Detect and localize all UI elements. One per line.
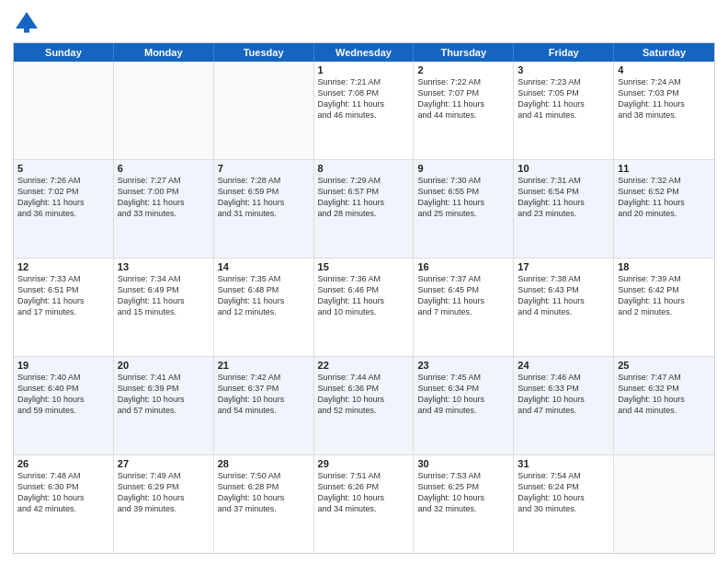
calendar-cell: 19Sunrise: 7:40 AM Sunset: 6:40 PM Dayli… (14, 357, 114, 454)
calendar-cell: 15Sunrise: 7:36 AM Sunset: 6:46 PM Dayli… (314, 259, 415, 356)
day-number: 15 (318, 261, 410, 272)
day-number: 31 (518, 458, 609, 469)
calendar-cell (114, 62, 214, 159)
calendar-cell: 26Sunrise: 7:48 AM Sunset: 6:30 PM Dayli… (14, 455, 114, 553)
cell-info: Sunrise: 7:53 AM Sunset: 6:25 PM Dayligh… (417, 470, 509, 515)
calendar: SundayMondayTuesdayWednesdayThursdayFrid… (13, 42, 715, 554)
calendar-cell: 20Sunrise: 7:41 AM Sunset: 6:39 PM Dayli… (114, 357, 214, 454)
cell-info: Sunrise: 7:36 AM Sunset: 6:46 PM Dayligh… (318, 273, 410, 318)
day-number: 27 (118, 458, 210, 469)
day-number: 8 (318, 163, 410, 174)
calendar-cell: 30Sunrise: 7:53 AM Sunset: 6:25 PM Dayli… (414, 455, 514, 553)
calendar-body: 1Sunrise: 7:21 AM Sunset: 7:08 PM Daylig… (14, 62, 714, 553)
calendar-header-cell: Monday (114, 43, 214, 62)
day-number: 13 (118, 261, 210, 272)
cell-info: Sunrise: 7:51 AM Sunset: 6:26 PM Dayligh… (318, 470, 410, 515)
calendar-cell: 1Sunrise: 7:21 AM Sunset: 7:08 PM Daylig… (314, 62, 415, 159)
day-number: 20 (118, 360, 210, 371)
cell-info: Sunrise: 7:30 AM Sunset: 6:55 PM Dayligh… (417, 175, 509, 220)
cell-info: Sunrise: 7:44 AM Sunset: 6:36 PM Dayligh… (318, 372, 410, 417)
header (13, 9, 715, 37)
cell-info: Sunrise: 7:33 AM Sunset: 6:51 PM Dayligh… (17, 273, 109, 318)
calendar-cell: 9Sunrise: 7:30 AM Sunset: 6:55 PM Daylig… (414, 160, 514, 258)
calendar-cell: 17Sunrise: 7:38 AM Sunset: 6:43 PM Dayli… (514, 259, 614, 356)
calendar-cell: 5Sunrise: 7:26 AM Sunset: 7:02 PM Daylig… (14, 160, 114, 258)
calendar-cell: 18Sunrise: 7:39 AM Sunset: 6:42 PM Dayli… (614, 259, 714, 356)
calendar-cell: 14Sunrise: 7:35 AM Sunset: 6:48 PM Dayli… (214, 259, 314, 356)
calendar-row: 5Sunrise: 7:26 AM Sunset: 7:02 PM Daylig… (14, 160, 714, 259)
cell-info: Sunrise: 7:29 AM Sunset: 6:57 PM Dayligh… (318, 175, 410, 220)
day-number: 21 (218, 360, 310, 371)
calendar-cell (614, 455, 714, 553)
day-number: 6 (118, 163, 210, 174)
calendar-cell: 22Sunrise: 7:44 AM Sunset: 6:36 PM Dayli… (314, 357, 415, 454)
calendar-row: 19Sunrise: 7:40 AM Sunset: 6:40 PM Dayli… (14, 357, 714, 455)
day-number: 3 (518, 64, 609, 75)
calendar-cell: 3Sunrise: 7:23 AM Sunset: 7:05 PM Daylig… (514, 62, 614, 159)
calendar-header-cell: Thursday (414, 43, 514, 62)
cell-info: Sunrise: 7:32 AM Sunset: 6:52 PM Dayligh… (618, 175, 711, 220)
calendar-cell: 10Sunrise: 7:31 AM Sunset: 6:54 PM Dayli… (514, 160, 614, 258)
day-number: 10 (518, 163, 609, 174)
calendar-cell: 24Sunrise: 7:46 AM Sunset: 6:33 PM Dayli… (514, 357, 614, 454)
page: SundayMondayTuesdayWednesdayThursdayFrid… (0, 0, 728, 563)
logo-icon (13, 9, 40, 37)
calendar-cell: 12Sunrise: 7:33 AM Sunset: 6:51 PM Dayli… (14, 259, 114, 356)
cell-info: Sunrise: 7:37 AM Sunset: 6:45 PM Dayligh… (417, 273, 509, 318)
svg-rect-1 (24, 26, 29, 33)
cell-info: Sunrise: 7:35 AM Sunset: 6:48 PM Dayligh… (218, 273, 310, 318)
cell-info: Sunrise: 7:21 AM Sunset: 7:08 PM Dayligh… (318, 76, 410, 121)
calendar-row: 26Sunrise: 7:48 AM Sunset: 6:30 PM Dayli… (14, 455, 714, 553)
day-number: 30 (417, 458, 509, 469)
cell-info: Sunrise: 7:23 AM Sunset: 7:05 PM Dayligh… (518, 76, 609, 121)
day-number: 11 (618, 163, 711, 174)
calendar-cell: 7Sunrise: 7:28 AM Sunset: 6:59 PM Daylig… (214, 160, 314, 258)
cell-info: Sunrise: 7:27 AM Sunset: 7:00 PM Dayligh… (118, 175, 210, 220)
calendar-header-cell: Tuesday (214, 43, 314, 62)
calendar-cell: 31Sunrise: 7:54 AM Sunset: 6:24 PM Dayli… (514, 455, 614, 553)
calendar-row: 12Sunrise: 7:33 AM Sunset: 6:51 PM Dayli… (14, 259, 714, 357)
calendar-cell (14, 62, 114, 159)
day-number: 28 (218, 458, 310, 469)
calendar-cell: 8Sunrise: 7:29 AM Sunset: 6:57 PM Daylig… (314, 160, 415, 258)
cell-info: Sunrise: 7:38 AM Sunset: 6:43 PM Dayligh… (518, 273, 609, 318)
calendar-cell: 23Sunrise: 7:45 AM Sunset: 6:34 PM Dayli… (414, 357, 514, 454)
cell-info: Sunrise: 7:26 AM Sunset: 7:02 PM Dayligh… (17, 175, 109, 220)
calendar-cell: 29Sunrise: 7:51 AM Sunset: 6:26 PM Dayli… (314, 455, 415, 553)
day-number: 9 (417, 163, 509, 174)
cell-info: Sunrise: 7:40 AM Sunset: 6:40 PM Dayligh… (17, 372, 109, 417)
cell-info: Sunrise: 7:50 AM Sunset: 6:28 PM Dayligh… (218, 470, 310, 515)
cell-info: Sunrise: 7:54 AM Sunset: 6:24 PM Dayligh… (518, 470, 609, 515)
day-number: 7 (218, 163, 310, 174)
calendar-header-cell: Sunday (14, 43, 114, 62)
calendar-row: 1Sunrise: 7:21 AM Sunset: 7:08 PM Daylig… (14, 62, 714, 160)
day-number: 16 (417, 261, 509, 272)
cell-info: Sunrise: 7:31 AM Sunset: 6:54 PM Dayligh… (518, 175, 609, 220)
cell-info: Sunrise: 7:49 AM Sunset: 6:29 PM Dayligh… (118, 470, 210, 515)
cell-info: Sunrise: 7:41 AM Sunset: 6:39 PM Dayligh… (118, 372, 210, 417)
cell-info: Sunrise: 7:45 AM Sunset: 6:34 PM Dayligh… (417, 372, 509, 417)
calendar-cell: 16Sunrise: 7:37 AM Sunset: 6:45 PM Dayli… (414, 259, 514, 356)
day-number: 22 (318, 360, 410, 371)
day-number: 4 (618, 64, 711, 75)
calendar-cell: 13Sunrise: 7:34 AM Sunset: 6:49 PM Dayli… (114, 259, 214, 356)
cell-info: Sunrise: 7:39 AM Sunset: 6:42 PM Dayligh… (618, 273, 711, 318)
calendar-cell: 2Sunrise: 7:22 AM Sunset: 7:07 PM Daylig… (414, 62, 514, 159)
calendar-cell: 6Sunrise: 7:27 AM Sunset: 7:00 PM Daylig… (114, 160, 214, 258)
cell-info: Sunrise: 7:47 AM Sunset: 6:32 PM Dayligh… (618, 372, 711, 417)
day-number: 12 (17, 261, 109, 272)
calendar-header-row: SundayMondayTuesdayWednesdayThursdayFrid… (14, 43, 714, 62)
day-number: 19 (17, 360, 109, 371)
day-number: 29 (318, 458, 410, 469)
calendar-cell (214, 62, 314, 159)
cell-info: Sunrise: 7:34 AM Sunset: 6:49 PM Dayligh… (118, 273, 210, 318)
day-number: 25 (618, 360, 711, 371)
calendar-cell: 27Sunrise: 7:49 AM Sunset: 6:29 PM Dayli… (114, 455, 214, 553)
calendar-header-cell: Friday (514, 43, 614, 62)
day-number: 23 (417, 360, 509, 371)
calendar-header-cell: Saturday (614, 43, 714, 62)
calendar-cell: 28Sunrise: 7:50 AM Sunset: 6:28 PM Dayli… (214, 455, 314, 553)
cell-info: Sunrise: 7:24 AM Sunset: 7:03 PM Dayligh… (618, 76, 711, 121)
cell-info: Sunrise: 7:48 AM Sunset: 6:30 PM Dayligh… (17, 470, 109, 515)
calendar-header-cell: Wednesday (314, 43, 415, 62)
